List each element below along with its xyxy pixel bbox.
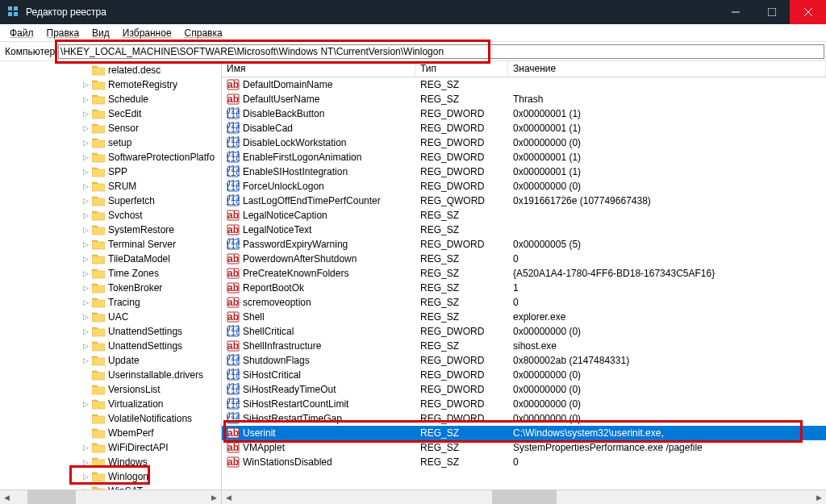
tree-hscroll-thumb[interactable]	[27, 490, 76, 504]
tree-expander-icon[interactable]: ▷	[81, 341, 90, 351]
menu-edit[interactable]: Правка	[40, 26, 86, 40]
tree-item[interactable]: ▷SPP	[0, 165, 221, 179]
registry-value-row[interactable]: 011110SiHostRestartCountLimitREG_DWORD0x…	[222, 397, 826, 411]
maximize-button[interactable]	[753, 0, 790, 24]
registry-value-row[interactable]: abShellInfrastructureREG_SZsihost.exe	[222, 339, 826, 353]
tree-expander-icon[interactable]: ▷	[81, 399, 90, 409]
registry-value-row[interactable]: 011110DisableLockWorkstationREG_DWORD0x0…	[222, 135, 826, 150]
tree-expander-icon[interactable]: ▷	[81, 210, 90, 220]
tree-item[interactable]: ▷RemoteRegistry	[0, 77, 221, 92]
tree-hscroll-track[interactable]	[14, 490, 207, 504]
tree-expander-icon[interactable]: ▷	[81, 138, 90, 148]
tree-expander-icon[interactable]: ▷	[81, 181, 90, 191]
registry-value-row[interactable]: abscremoveoptionREG_SZ0	[222, 295, 826, 310]
address-input[interactable]	[58, 44, 824, 59]
tree-item[interactable]: ▷Update	[0, 353, 221, 368]
registry-value-row[interactable]: abWinStationsDisabledREG_SZ0	[222, 455, 826, 469]
tree-expander-icon[interactable]: ▷	[81, 269, 90, 278]
registry-value-row[interactable]: 011110ForceUnlockLogonREG_DWORD0x0000000…	[222, 179, 826, 194]
tree-expander-icon[interactable]: ▷	[81, 327, 90, 336]
registry-value-row[interactable]: abShellREG_SZexplorer.exe	[222, 310, 826, 324]
registry-value-row[interactable]: abLegalNoticeTextREG_SZ	[222, 223, 826, 237]
registry-value-row[interactable]: 011110ShutdownFlagsREG_DWORD0x800002ab (…	[222, 353, 826, 368]
tree-item[interactable]: ▷WiFiDirectAPI	[0, 440, 221, 455]
tree-item[interactable]: ▷Winlogon	[0, 469, 221, 484]
tree-item[interactable]: ▷WbemPerf	[0, 426, 221, 440]
column-header-type[interactable]: Тип	[415, 61, 508, 77]
tree-item[interactable]: ▷Windows	[0, 455, 221, 469]
tree-expander-icon[interactable]: ▷	[81, 356, 90, 365]
registry-value-row[interactable]: 011110ShellCriticalREG_DWORD0x00000000 (…	[222, 324, 826, 339]
tree-expander-icon[interactable]: ▷	[81, 472, 90, 481]
column-header-name[interactable]: Имя	[222, 61, 415, 77]
list-hscroll-track[interactable]	[236, 490, 812, 504]
tree-item[interactable]: ▷SoftwareProtectionPlatfo	[0, 150, 221, 165]
registry-value-row[interactable]: 011110EnableSIHostIntegrationREG_DWORD0x…	[222, 165, 826, 179]
tree-hscroll-left-button[interactable]: ◀	[0, 490, 14, 504]
registry-value-row[interactable]: abLegalNoticeCaptionREG_SZ	[222, 208, 826, 223]
tree-expander-icon[interactable]: ▷	[81, 254, 90, 264]
registry-value-row[interactable]: abUserinitREG_SZC:\Windows\system32\user…	[222, 426, 826, 440]
registry-value-row[interactable]: 011110PasswordExpiryWarningREG_DWORD0x00…	[222, 237, 826, 252]
list-hscroll-left-button[interactable]: ◀	[222, 490, 236, 504]
tree-expander-icon[interactable]: ▷	[81, 486, 90, 489]
minimize-button[interactable]	[717, 0, 753, 24]
tree-expander-icon[interactable]: ▷	[81, 283, 90, 293]
tree-item[interactable]: ▷Sensor	[0, 121, 221, 135]
registry-value-row[interactable]: abReportBootOkREG_SZ1	[222, 281, 826, 295]
tree-item[interactable]: ▷related.desc	[0, 63, 221, 77]
registry-value-row[interactable]: abPowerdownAfterShutdownREG_SZ0	[222, 252, 826, 266]
tree-expander-icon[interactable]: ▷	[81, 457, 90, 467]
column-header-data[interactable]: Значение	[508, 61, 826, 77]
tree-item[interactable]: ▷VersionsList	[0, 382, 221, 397]
close-button[interactable]	[790, 0, 826, 24]
registry-value-row[interactable]: abPreCreateKnownFoldersREG_SZ{A520A1A4-1…	[222, 266, 826, 281]
tree-item[interactable]: ▷Time Zones	[0, 266, 221, 281]
tree-item[interactable]: ▷SystemRestore	[0, 223, 221, 237]
tree-item[interactable]: ▷Tracing	[0, 295, 221, 310]
tree-expander-icon[interactable]: ▷	[81, 312, 90, 322]
tree-expander-icon[interactable]: ▷	[81, 225, 90, 235]
tree-item[interactable]: ▷Svchost	[0, 208, 221, 223]
tree-item[interactable]: ▷SecEdit	[0, 106, 221, 121]
registry-value-row[interactable]: 011110SiHostReadyTimeOutREG_DWORD0x00000…	[222, 382, 826, 397]
list-hscroll-right-button[interactable]: ▶	[812, 490, 826, 504]
tree-item[interactable]: ▷setup	[0, 135, 221, 150]
tree-expander-icon[interactable]: ▷	[81, 167, 90, 177]
tree-item[interactable]: ▷SRUM	[0, 179, 221, 194]
list-hscroll-thumb[interactable]	[492, 490, 557, 504]
tree-item[interactable]: ▷VolatileNotifications	[0, 411, 221, 426]
tree-expander-icon[interactable]: ▷	[81, 109, 90, 119]
tree-item[interactable]: ▷TileDataModel	[0, 252, 221, 266]
tree-item[interactable]: ▷Virtualization	[0, 397, 221, 411]
tree-expander-icon[interactable]: ▷	[81, 123, 90, 133]
tree-item[interactable]: ▷Userinstallable.drivers	[0, 368, 221, 382]
tree-expander-icon[interactable]: ▷	[81, 196, 90, 206]
tree-expander-icon[interactable]: ▷	[81, 80, 90, 90]
registry-value-row[interactable]: 011110EnableFirstLogonAnimationREG_DWORD…	[222, 150, 826, 165]
tree-expander-icon[interactable]: ▷	[81, 443, 90, 452]
list-body[interactable]: abDefaultDomainNameREG_SZabDefaultUserNa…	[222, 77, 826, 489]
menu-view[interactable]: Вид	[86, 26, 116, 40]
tree-item[interactable]: ▷Schedule	[0, 92, 221, 106]
tree-hscroll-right-button[interactable]: ▶	[207, 490, 221, 504]
registry-value-row[interactable]: abVMAppletREG_SZSystemPropertiesPerforma…	[222, 440, 826, 455]
tree-pane[interactable]: ▷related.desc▷RemoteRegistry▷Schedule▷Se…	[0, 61, 222, 489]
menu-help[interactable]: Справка	[178, 26, 229, 40]
registry-value-row[interactable]: abDefaultUserNameREG_SZThrash	[222, 92, 826, 106]
tree-item[interactable]: ▷Terminal Server	[0, 237, 221, 252]
tree-expander-icon[interactable]: ▷	[81, 298, 90, 307]
tree-item[interactable]: ▷UnattendSettings	[0, 339, 221, 353]
registry-value-row[interactable]: 011110LastLogOffEndTimePerfCounterREG_QW…	[222, 194, 826, 208]
tree-item[interactable]: ▷UnattendSettings	[0, 324, 221, 339]
tree-expander-icon[interactable]: ▷	[81, 240, 90, 249]
registry-value-row[interactable]: 011110DisableBackButtonREG_DWORD0x000000…	[222, 106, 826, 121]
menu-file[interactable]: Файл	[3, 26, 40, 40]
registry-value-row[interactable]: 011110SiHostRestartTimeGapREG_DWORD0x000…	[222, 411, 826, 426]
menu-favorites[interactable]: Избранное	[116, 26, 178, 40]
tree-item[interactable]: ▷UAC	[0, 310, 221, 324]
registry-value-row[interactable]: 011110DisableCadREG_DWORD0x00000001 (1)	[222, 121, 826, 135]
tree-item[interactable]: ▷Superfetch	[0, 194, 221, 208]
tree-item[interactable]: ▷WinSAT	[0, 484, 221, 489]
tree-expander-icon[interactable]: ▷	[81, 152, 90, 162]
